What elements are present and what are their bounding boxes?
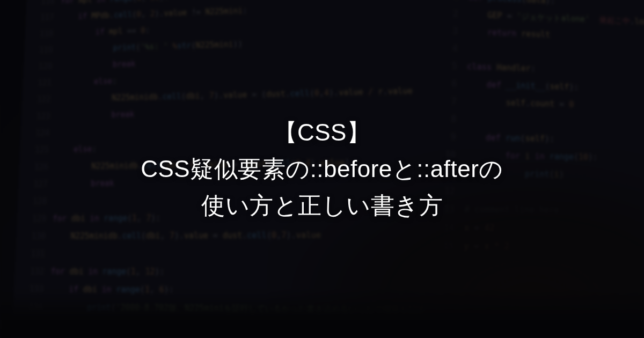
title-line-1: 【CSS】	[274, 114, 371, 151]
title-container: 【CSS】 CSS疑似要素の::beforeと::afterの 使い方と正しい書…	[0, 0, 644, 338]
title-line-2: CSS疑似要素の::beforeと::afterの	[141, 151, 503, 187]
title-line-3: 使い方と正しい書き方	[201, 187, 443, 224]
